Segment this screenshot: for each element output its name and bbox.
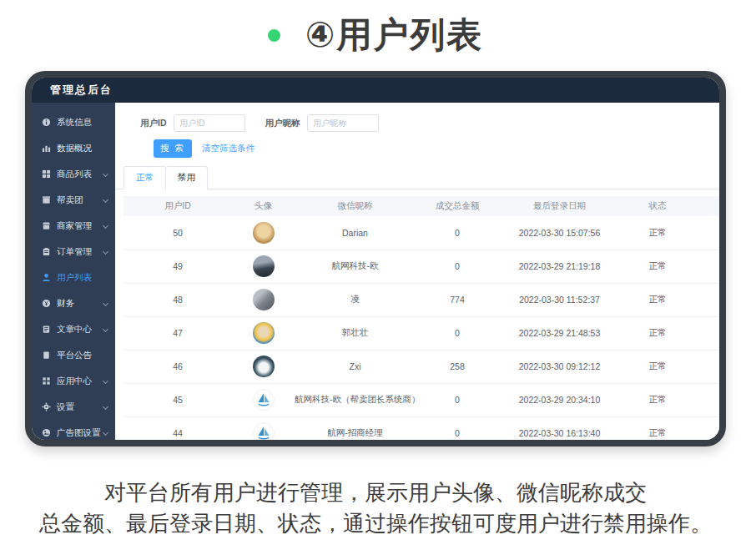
cell-last-login: 2022-03-30 09:12:12: [499, 350, 620, 383]
avatar: [253, 322, 275, 344]
column-header: 最后登录日期: [499, 196, 620, 216]
chevron-down-icon: [103, 430, 108, 436]
sidebar-item-label: 财务: [57, 298, 74, 310]
sidebar-item-goods[interactable]: 商品列表: [32, 161, 115, 187]
cell-user-id: 45: [123, 383, 232, 416]
sidebar-item-label: 广告图设置: [57, 427, 101, 439]
cell-status: 正常: [620, 283, 695, 316]
sidebar-item-info[interactable]: 系统信息: [32, 109, 115, 135]
filter-panel: 用户ID 用户昵称 搜 索 清空筛选条件: [115, 103, 719, 158]
sidebar-item-shop[interactable]: 商家管理: [32, 213, 115, 239]
cell-user-id: 50: [123, 216, 232, 250]
cell-action: 禁用: [695, 350, 719, 383]
cell-avatar: [232, 316, 295, 350]
cell-action: 禁用: [695, 416, 719, 440]
cell-nickname: 航网科技-欧: [295, 250, 416, 283]
cell-status: 正常: [620, 416, 695, 440]
page: ④用户列表 管理总后台 系统信息数据概况商品列表帮卖团商家管理订单管理用户列表财…: [0, 0, 751, 560]
search-button[interactable]: 搜 索: [154, 139, 192, 158]
sidebar-item-label: 用户列表: [57, 272, 92, 284]
table-row: 46Zxi2582022-03-30 09:12:12正常禁用: [123, 350, 719, 383]
sidebar-item-group-buy[interactable]: 帮卖团: [32, 187, 115, 213]
headline: ④用户列表: [0, 12, 751, 58]
table-row: 44 航网-招商经理02022-03-30 16:13:40正常禁用: [123, 416, 719, 440]
cell-action: 禁用: [695, 216, 719, 250]
cell-action: 禁用: [695, 383, 719, 416]
brand-title: 管理总后台: [32, 83, 113, 98]
avatar: [253, 389, 275, 411]
clear-filters-link[interactable]: 清空筛选条件: [202, 143, 255, 154]
cell-amount: 0: [416, 383, 499, 416]
finance-icon: [42, 299, 51, 308]
status-tabs: 正常禁用: [115, 166, 719, 189]
sidebar-item-order[interactable]: 订单管理: [32, 239, 115, 265]
tab-disabled[interactable]: 禁用: [166, 166, 208, 189]
ad-icon: [42, 428, 51, 437]
sidebar-item-label: 数据概况: [57, 143, 92, 154]
cell-nickname: 航网-招商经理: [295, 416, 416, 440]
sidebar-item-apps[interactable]: 应用中心: [32, 368, 115, 394]
sidebar-item-settings[interactable]: 设置: [32, 394, 115, 420]
group-buy-icon: [42, 195, 51, 204]
user-id-input[interactable]: [174, 114, 245, 132]
cell-last-login: 2022-03-30 16:13:40: [499, 416, 620, 440]
cell-user-id: 46: [123, 350, 232, 383]
cell-status: 正常: [620, 383, 695, 416]
cell-user-id: 47: [123, 316, 232, 350]
cell-avatar: [232, 283, 295, 316]
chevron-down-icon: [103, 300, 108, 306]
table-row: 45 航网科技-欧（帮卖团长系统商）02022-03-29 20:34:10正常…: [123, 383, 719, 416]
sidebar-item-ad[interactable]: 广告图设置: [32, 420, 115, 440]
cell-nickname: 航网科技-欧（帮卖团长系统商）: [295, 383, 416, 416]
cell-status: 正常: [620, 250, 695, 283]
sidebar-item-finance[interactable]: 财务: [32, 290, 115, 316]
cell-amount: 258: [416, 350, 499, 383]
filter-actions: 搜 索 清空筛选条件: [140, 139, 719, 158]
sidebar-item-label: 平台公告: [57, 350, 92, 361]
table-row: 48凌7742022-03-30 11:52:37正常禁用: [123, 283, 719, 316]
chevron-down-icon: [103, 197, 108, 203]
sidebar-item-chart[interactable]: 数据概况: [32, 135, 115, 161]
cell-nickname: 凌: [295, 283, 416, 316]
cell-nickname: Zxi: [295, 350, 416, 383]
user-id-label: 用户ID: [140, 118, 167, 129]
column-header: 头像: [232, 196, 295, 216]
cell-avatar: [232, 383, 295, 416]
sidebar-item-user[interactable]: 用户列表: [32, 265, 115, 290]
cell-last-login: 2022-03-29 21:48:53: [499, 316, 620, 350]
apps-icon: [42, 376, 51, 386]
sidebar-item-label: 订单管理: [57, 246, 92, 258]
cell-user-id: 49: [123, 250, 232, 283]
nickname-label: 用户昵称: [265, 118, 300, 129]
sidebar-item-label: 文章中心: [57, 324, 92, 335]
cell-last-login: 2022-03-29 21:19:18: [499, 250, 620, 283]
caption-line-2: 总金额、最后登录日期、状态，通过操作按钮可度用户进行禁用操作。: [39, 511, 712, 536]
table-body: 50Darian02022-03-30 15:07:56正常禁用49航网科技-欧…: [123, 216, 719, 440]
table-row: 50Darian02022-03-30 15:07:56正常禁用: [123, 216, 719, 250]
sidebar-item-label: 商品列表: [57, 169, 92, 180]
cell-action: 禁用: [695, 316, 719, 350]
sidebar-item-article[interactable]: 文章中心: [32, 316, 115, 342]
sidebar-item-notice[interactable]: 平台公告: [32, 342, 115, 368]
sidebar-item-label: 设置: [57, 401, 74, 413]
avatar: [253, 289, 275, 310]
page-title: ④用户列表: [305, 12, 484, 58]
cell-amount: 0: [416, 216, 499, 250]
admin-body: 系统信息数据概况商品列表帮卖团商家管理订单管理用户列表财务文章中心平台公告应用中…: [32, 103, 719, 440]
topbar: 管理总后台: [32, 78, 719, 103]
chevron-down-icon: [103, 326, 108, 332]
avatar: [253, 356, 275, 377]
green-bullet-icon: [268, 29, 280, 42]
caption-line-1: 对平台所有用户进行管理，展示用户头像、微信昵称成交: [104, 480, 647, 505]
cell-user-id: 44: [123, 416, 232, 440]
article-icon: [42, 325, 51, 334]
cell-amount: 0: [416, 316, 499, 350]
nickname-input[interactable]: [307, 114, 379, 132]
cell-status: 正常: [620, 350, 695, 383]
goods-icon: [42, 169, 51, 179]
cell-last-login: 2022-03-30 11:52:37: [499, 283, 620, 316]
cell-action: 禁用: [695, 250, 719, 283]
tab-normal[interactable]: 正常: [123, 166, 166, 189]
cell-last-login: 2022-03-29 20:34:10: [499, 383, 620, 416]
cell-status: 正常: [620, 216, 695, 250]
